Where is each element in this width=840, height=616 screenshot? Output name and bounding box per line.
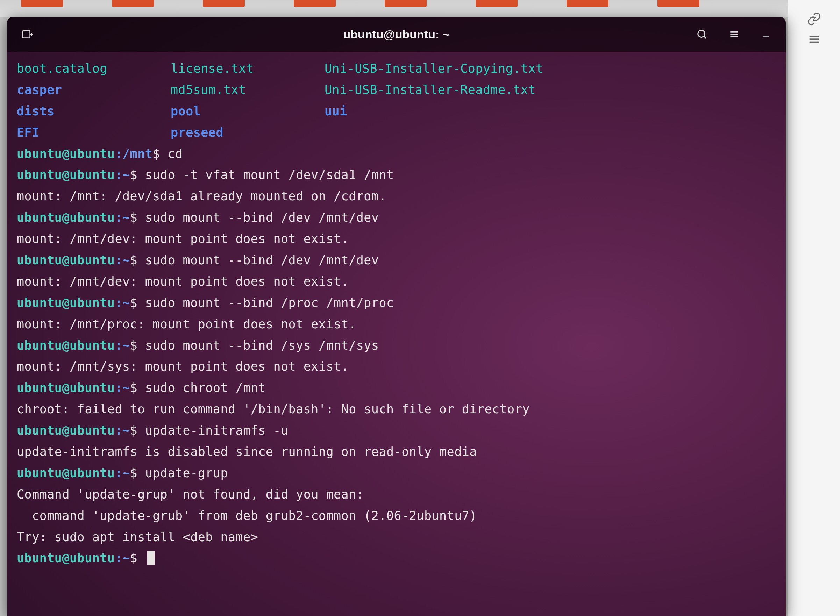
ls-directory: uui [325, 101, 776, 122]
prompt-path: :~ [115, 296, 130, 310]
prompt-dollar: $ [153, 147, 167, 161]
command-text: sudo mount --bind /dev /mnt/dev [145, 210, 379, 224]
prompt-user: ubuntu@ubuntu [17, 253, 115, 267]
command-text: sudo mount --bind /dev /mnt/dev [145, 253, 379, 267]
terminal-output-line: mount: /mnt/dev: mount point does not ex… [17, 271, 776, 292]
command-text: sudo -t vfat mount /dev/sda1 /mnt [145, 168, 394, 182]
prompt-user: ubuntu@ubuntu [17, 423, 115, 437]
prompt-path: :~ [115, 253, 130, 267]
output-text: Try: sudo apt install <deb name> [17, 530, 258, 544]
output-text: Command 'update-grup' not found, did you… [17, 487, 364, 501]
terminal-output-line: Try: sudo apt install <deb name> [17, 527, 776, 548]
ls-directory: preseed [171, 122, 325, 143]
terminal-prompt-line: ubuntu@ubuntu:~$ sudo mount --bind /proc… [17, 292, 776, 314]
prompt-path: :~ [115, 168, 130, 182]
command-text: sudo mount --bind /sys /mnt/sys [145, 339, 379, 352]
lines-icon[interactable] [806, 31, 822, 48]
output-text: mount: /mnt/sys: mount point does not ex… [17, 359, 349, 373]
prompt-dollar: $ [130, 168, 145, 182]
output-text: mount: /mnt/dev: mount point does not ex… [17, 274, 349, 288]
folder-icon [567, 0, 608, 7]
ls-directory: dists [17, 101, 171, 122]
titlebar: ubuntu@ubuntu: ~ [7, 17, 786, 52]
ls-file: Uni-USB-Installer-Copying.txt [325, 58, 776, 79]
terminal-output-line: mount: /mnt/sys: mount point does not ex… [17, 356, 776, 377]
ls-file: license.txt [171, 58, 325, 79]
ls-directory: EFI [17, 122, 171, 143]
svg-point-6 [698, 31, 705, 37]
prompt-dollar: $ [130, 551, 145, 565]
prompt-dollar: $ [130, 296, 145, 310]
prompt-dollar: $ [130, 423, 145, 437]
svg-line-7 [704, 37, 706, 39]
ls-file [325, 122, 776, 143]
prompt-dollar: $ [130, 339, 145, 352]
terminal-prompt-line: ubuntu@ubuntu:~$ sudo -t vfat mount /dev… [17, 164, 776, 186]
command-text: sudo mount --bind /proc /mnt/proc [145, 296, 394, 310]
folder-icon [21, 0, 63, 7]
prompt-path: :~ [115, 339, 130, 352]
folder-icon [112, 0, 154, 7]
prompt-path: :~ [115, 466, 130, 480]
folder-icon [658, 0, 699, 7]
prompt-dollar: $ [130, 210, 145, 224]
ls-output: boot.cataloglicense.txtUni-USB-Installer… [17, 58, 776, 143]
minimize-button[interactable] [757, 25, 775, 43]
prompt-path: :~ [115, 423, 130, 437]
prompt-path: :/mnt [115, 147, 153, 161]
prompt-user: ubuntu@ubuntu [17, 551, 115, 565]
cursor-icon [147, 551, 154, 565]
command-text: update-initramfs -u [145, 423, 288, 437]
prompt-path: :~ [115, 551, 130, 565]
terminal-prompt-line: ubuntu@ubuntu:~$ update-initramfs -u [17, 420, 776, 441]
terminal-output-line: mount: /mnt/proc: mount point does not e… [17, 314, 776, 335]
ls-directory: pool [171, 101, 325, 122]
terminal-output-line: update-initramfs is disabled since runni… [17, 441, 776, 462]
output-text: mount: /mnt/dev: mount point does not ex… [17, 232, 349, 246]
prompt-dollar: $ [130, 253, 145, 267]
ls-file: boot.catalog [17, 58, 171, 79]
terminal-body[interactable]: boot.cataloglicense.txtUni-USB-Installer… [7, 52, 786, 575]
terminal-output-line: mount: /mnt/dev: mount point does not ex… [17, 228, 776, 249]
side-panel [787, 0, 840, 616]
terminal-prompt-line: ubuntu@ubuntu:~$ sudo mount --bind /dev … [17, 249, 776, 271]
terminal-output-line: chroot: failed to run command '/bin/bash… [17, 399, 776, 420]
terminal-prompt-line: ubuntu@ubuntu:~$ [17, 547, 776, 569]
prompt-user: ubuntu@ubuntu [17, 296, 115, 310]
output-text: chroot: failed to run command '/bin/bash… [17, 402, 530, 416]
output-text: mount: /mnt/proc: mount point does not e… [17, 317, 356, 331]
terminal-prompt-line: ubuntu@ubuntu:/mnt$ cd [17, 143, 776, 165]
command-text: cd [167, 147, 182, 161]
desktop-background [0, 0, 840, 18]
link-icon[interactable] [806, 10, 822, 27]
terminal-output-line: command 'update-grub' from deb grub2-com… [17, 505, 776, 527]
terminal-prompt-line: ubuntu@ubuntu:~$ sudo chroot /mnt [17, 377, 776, 399]
prompt-path: :~ [115, 381, 130, 395]
output-text: mount: /mnt: /dev/sda1 already mounted o… [17, 189, 386, 203]
terminal-output-line: Command 'update-grup' not found, did you… [17, 484, 776, 505]
ls-file: Uni-USB-Installer-Readme.txt [325, 79, 776, 101]
new-tab-button[interactable] [18, 25, 37, 44]
terminal-window: ubuntu@ubuntu: ~ boot.cataloglicense.txt… [7, 17, 786, 616]
prompt-user: ubuntu@ubuntu [17, 168, 115, 182]
terminal-output-line: mount: /mnt: /dev/sda1 already mounted o… [17, 186, 776, 207]
prompt-path: :~ [115, 210, 130, 224]
prompt-user: ubuntu@ubuntu [17, 339, 115, 352]
folder-icon [476, 0, 518, 7]
svg-rect-3 [23, 31, 30, 38]
ls-file: md5sum.txt [171, 79, 325, 101]
command-text: sudo chroot /mnt [145, 381, 266, 395]
hamburger-menu-button[interactable] [725, 25, 743, 43]
prompt-user: ubuntu@ubuntu [17, 381, 115, 395]
folder-icon [385, 0, 427, 7]
prompt-user: ubuntu@ubuntu [17, 466, 115, 480]
terminal-prompt-line: ubuntu@ubuntu:~$ sudo mount --bind /sys … [17, 335, 776, 356]
prompt-user: ubuntu@ubuntu [17, 210, 115, 224]
command-text: update-grup [145, 466, 228, 480]
prompt-dollar: $ [130, 466, 145, 480]
output-text: update-initramfs is disabled since runni… [17, 445, 477, 459]
search-button[interactable] [693, 25, 711, 43]
terminal-prompt-line: ubuntu@ubuntu:~$ sudo mount --bind /dev … [17, 207, 776, 228]
prompt-dollar: $ [130, 381, 145, 395]
window-title: ubuntu@ubuntu: ~ [343, 28, 449, 41]
